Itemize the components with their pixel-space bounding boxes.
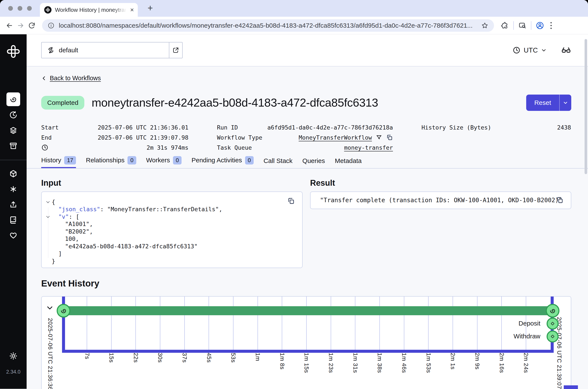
namespace-name: default <box>59 47 78 54</box>
back-icon[interactable] <box>4 20 15 31</box>
timeline-expand-chevron-icon[interactable] <box>45 303 54 312</box>
tab-title: Workflow History | moneytran <box>55 7 129 13</box>
deposit-activity-node[interactable] <box>547 318 559 330</box>
workflow-type-link[interactable]: MoneyTransferWorkflow <box>299 134 372 141</box>
copy-icon[interactable] <box>386 134 393 141</box>
timeline-gridline <box>282 296 282 350</box>
workflow-end-node[interactable] <box>546 304 559 318</box>
workflow-execution-span[interactable] <box>64 306 553 315</box>
code-line: "A1001", <box>42 221 302 228</box>
sidebar-item-docs[interactable] <box>9 216 18 224</box>
timeline-tick-label: 37s <box>181 353 188 363</box>
tab-pending-activities[interactable]: Pending Activities0 <box>191 156 254 168</box>
sidebar-item-namespaces[interactable] <box>9 169 18 178</box>
task-queue-link[interactable]: money-transfer <box>344 144 393 151</box>
extensions-icon[interactable] <box>499 20 510 31</box>
reset-split-button: Reset <box>526 95 571 111</box>
filter-icon[interactable] <box>376 134 382 141</box>
profile-icon[interactable] <box>534 20 546 31</box>
timezone-label: UTC <box>524 46 538 54</box>
namespace-external-link[interactable] <box>169 42 182 58</box>
tab-workers[interactable]: Workers0 <box>146 156 182 168</box>
zoom-window-button[interactable] <box>27 6 32 11</box>
sidebar-item-workflows[interactable] <box>6 93 20 106</box>
reload-icon[interactable] <box>26 20 37 31</box>
sidebar-item-feedback[interactable] <box>9 231 18 240</box>
meta-column-ids: Run IDa6fd95d1-da0c-4d2e-a77c-786f3d7621… <box>217 123 393 153</box>
theme-toggle-icon[interactable] <box>9 352 18 360</box>
browser-toolbar: localhost:8080/namespaces/default/workfl… <box>0 17 588 34</box>
timeline-tick-label: 1m 38s <box>376 353 383 373</box>
workflow-page: Back to Workflows Completed moneytransfe… <box>27 75 588 389</box>
tab-label: Queries <box>302 157 325 164</box>
scroll-to-bottom-button[interactable] <box>564 385 578 389</box>
temporal-logo-icon[interactable] <box>6 45 20 58</box>
tab-count-badge: 0 <box>128 156 136 164</box>
copy-icon[interactable] <box>556 196 563 204</box>
code-line: { <box>42 198 302 206</box>
browser-menu-icon[interactable] <box>546 20 557 31</box>
forward-icon[interactable] <box>15 20 26 31</box>
minimize-window-button[interactable] <box>18 6 22 11</box>
tab-relationships[interactable]: Relationships0 <box>86 156 136 168</box>
timeline-gridline <box>160 296 160 350</box>
close-window-button[interactable] <box>8 6 13 11</box>
browser-tabstrip: Workflow History | moneytran × + <box>0 0 588 17</box>
tab-metadata[interactable]: Metadata <box>335 157 362 168</box>
tab-history[interactable]: History17 <box>41 156 76 168</box>
timeline-gridline <box>208 296 209 350</box>
namespace-topbar: default UTC <box>27 34 588 66</box>
sidebar-divider <box>0 160 27 160</box>
tab-queries[interactable]: Queries <box>302 157 325 168</box>
sidebar-item-schedules[interactable] <box>9 111 18 119</box>
back-to-workflows-link[interactable]: Back to Workflows <box>50 75 101 82</box>
tab-count-badge: 0 <box>245 156 254 164</box>
tab-search-icon[interactable] <box>517 20 528 31</box>
tab-label: Workers <box>146 157 170 164</box>
timeline-tick-label: 1m 31s <box>352 353 359 373</box>
sidebar-item-deployments[interactable] <box>9 126 18 135</box>
tab-close-icon[interactable]: × <box>130 7 134 13</box>
workflow-start-node[interactable] <box>57 304 70 318</box>
copy-icon[interactable] <box>287 197 295 205</box>
code-line: "json_class": "MoneyTransfer::TransferDe… <box>42 206 302 213</box>
input-json: {"json_class": "MoneyTransfer::TransferD… <box>42 192 302 265</box>
chevron-down-icon <box>541 47 547 53</box>
sidebar-item-import[interactable] <box>9 200 18 209</box>
timeline-gridline <box>111 296 112 350</box>
namespace-selector[interactable]: default <box>41 42 183 58</box>
window-controls[interactable] <box>8 6 32 11</box>
temporal-favicon-icon <box>44 6 52 13</box>
collapse-chevron-icon[interactable] <box>46 200 50 203</box>
input-codeblock: {"json_class": "MoneyTransfer::TransferD… <box>41 192 303 268</box>
task-queue-label: Task Queue <box>217 144 252 151</box>
bookmark-star-icon[interactable] <box>481 22 488 29</box>
timeline-gridline <box>404 296 404 350</box>
run-id-label: Run ID <box>217 124 238 131</box>
timezone-selector[interactable]: UTC <box>513 46 547 54</box>
withdraw-activity-node[interactable] <box>547 330 559 342</box>
reset-menu-chevron-icon[interactable] <box>559 95 571 111</box>
sidebar-item-archive[interactable] <box>9 141 18 150</box>
browser-tab[interactable]: Workflow History | moneytran × <box>40 3 138 17</box>
timeline-bottom-axis <box>62 350 554 353</box>
new-tab-button[interactable]: + <box>145 3 155 13</box>
sidebar-item-nexus[interactable] <box>9 185 18 194</box>
workflow-header: Completed moneytransfer-e4242aa5-b08d-41… <box>41 89 571 117</box>
namespace-selector-main[interactable]: default <box>42 42 169 58</box>
labs-glasses-icon[interactable] <box>561 45 571 55</box>
timeline-tick-label: 1m 8s <box>279 353 285 370</box>
tab-call-stack[interactable]: Call Stack <box>264 157 292 168</box>
collapse-chevron-icon[interactable] <box>46 215 50 218</box>
tab-label: Call Stack <box>264 157 292 164</box>
timeline-tick-label: 15s <box>108 353 115 363</box>
page-scrollbar[interactable] <box>585 39 587 174</box>
meta-column-history: History Size (Bytes)2438 <box>421 123 571 153</box>
url-text[interactable]: localhost:8080/namespaces/default/workfl… <box>59 22 481 29</box>
code-line: "B2002", <box>42 228 302 235</box>
timeline-tick-label: 7s <box>84 353 90 359</box>
reset-button[interactable]: Reset <box>526 95 559 111</box>
timeline-gridline <box>331 296 331 350</box>
site-info-icon[interactable] <box>48 22 55 29</box>
url-bar[interactable]: localhost:8080/namespaces/default/workfl… <box>42 19 494 32</box>
